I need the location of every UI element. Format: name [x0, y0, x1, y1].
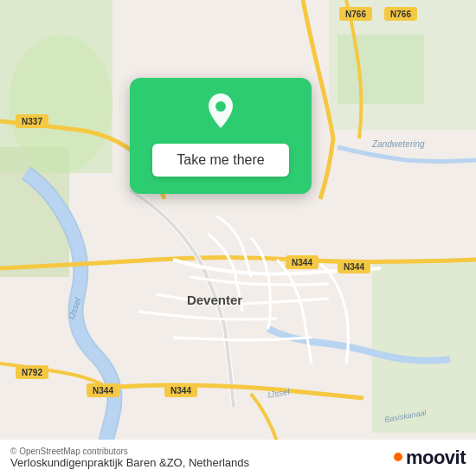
svg-rect-6	[372, 260, 476, 433]
svg-text:N344: N344	[344, 262, 364, 272]
svg-text:N766: N766	[345, 10, 366, 19]
svg-text:N344: N344	[93, 386, 113, 396]
svg-text:N766: N766	[390, 10, 411, 19]
svg-text:N344: N344	[292, 258, 312, 267]
svg-point-28	[215, 101, 226, 112]
moovit-dot-icon	[394, 453, 402, 461]
moovit-brand-text: moovit	[406, 447, 466, 469]
moovit-logo: moovit	[394, 447, 466, 469]
svg-point-3	[9, 35, 113, 173]
take-me-there-button[interactable]: Take me there	[152, 144, 288, 177]
svg-text:N344: N344	[170, 386, 191, 396]
svg-text:Deventer: Deventer	[187, 293, 242, 307]
svg-rect-5	[338, 35, 424, 104]
location-card: Take me there	[130, 78, 312, 194]
svg-text:N792: N792	[22, 368, 42, 377]
svg-text:Zandwetering: Zandwetering	[371, 139, 425, 149]
location-name: Verloskundigenpraktijk Baren &ZO, Nether…	[10, 456, 249, 469]
bottom-bar: © OpenStreetMap contributors Verloskundi…	[0, 440, 476, 476]
map-container: N337 N766 N766 Zandwetering Deventer N34…	[0, 0, 476, 476]
osm-credit: © OpenStreetMap contributors	[10, 447, 249, 456]
svg-text:N337: N337	[22, 117, 42, 126]
map-background: N337 N766 N766 Zandwetering Deventer N34…	[0, 0, 476, 476]
map-pin-icon	[200, 93, 241, 135]
